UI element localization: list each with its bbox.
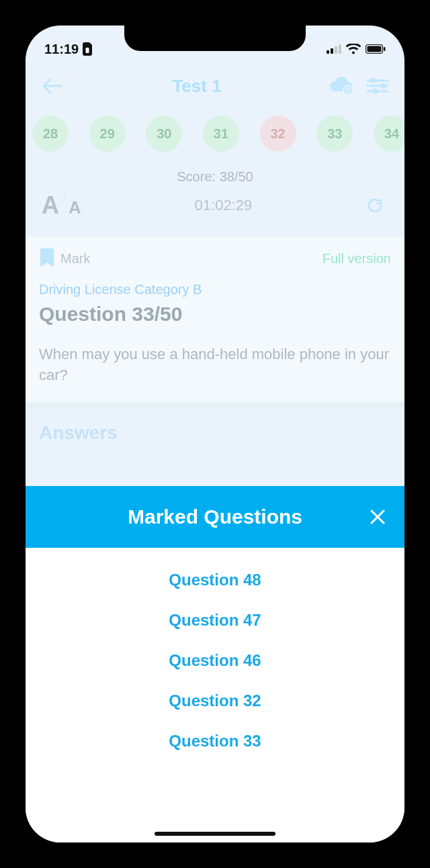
marked-questions-sheet: Marked Questions Question 48 Question 47… xyxy=(26,486,404,842)
marked-question-item[interactable]: Question 32 xyxy=(169,691,261,710)
mark-toggle[interactable]: Mark xyxy=(39,248,90,269)
svg-point-10 xyxy=(381,83,386,89)
sim-icon xyxy=(83,42,93,56)
cloud-sync-button[interactable] xyxy=(328,73,355,99)
svg-rect-4 xyxy=(339,44,341,54)
question-text: When may you use a hand-held mobile phon… xyxy=(39,344,391,386)
svg-rect-7 xyxy=(384,47,386,51)
marked-question-item[interactable]: Question 46 xyxy=(169,651,261,670)
page-title: Test 1 xyxy=(66,76,328,97)
back-button[interactable] xyxy=(39,73,66,99)
marked-question-item[interactable]: Question 47 xyxy=(169,611,261,630)
svg-point-9 xyxy=(370,78,376,83)
status-time: 11:19 xyxy=(44,42,79,57)
close-button[interactable] xyxy=(366,505,390,529)
cellular-icon xyxy=(327,44,341,54)
svg-rect-3 xyxy=(335,46,337,54)
qnav-item[interactable]: 34 xyxy=(374,115,404,152)
sliders-icon xyxy=(366,77,389,95)
qnav-item[interactable]: 32 xyxy=(260,115,296,152)
qnav-item[interactable]: 29 xyxy=(89,115,126,152)
cloud-sync-icon xyxy=(329,77,354,95)
home-indicator[interactable] xyxy=(155,832,275,836)
qnav-item[interactable]: 31 xyxy=(203,115,239,152)
full-version-link[interactable]: Full version xyxy=(322,251,391,267)
qnav-item[interactable]: 33 xyxy=(316,115,353,152)
marked-question-item[interactable]: Question 33 xyxy=(169,732,261,751)
qnav-item[interactable]: 28 xyxy=(32,115,69,152)
font-increase-button[interactable]: A↑ xyxy=(42,191,59,220)
battery-icon xyxy=(366,44,386,54)
settings-button[interactable] xyxy=(364,73,391,99)
refresh-icon xyxy=(366,197,384,214)
question-nav[interactable]: 28 29 30 31 32 33 34 xyxy=(26,106,404,165)
marked-question-item[interactable]: Question 48 xyxy=(169,571,261,589)
mark-label: Mark xyxy=(60,251,90,267)
arrow-left-icon xyxy=(42,78,62,94)
close-icon xyxy=(370,509,386,525)
svg-rect-0 xyxy=(86,48,89,53)
sheet-title: Marked Questions xyxy=(128,505,302,528)
answers-heading: Answers xyxy=(26,407,404,449)
svg-point-11 xyxy=(373,89,378,94)
wifi-icon xyxy=(346,44,361,54)
svg-rect-1 xyxy=(327,50,329,54)
score-label: Score: 38/50 xyxy=(26,165,404,185)
svg-point-8 xyxy=(343,85,353,95)
bookmark-icon xyxy=(39,248,55,269)
question-counter: Question 33/50 xyxy=(39,303,391,326)
category-label: Driving License Category B xyxy=(39,282,391,297)
refresh-button[interactable] xyxy=(361,192,388,219)
timer: 01:02:29 xyxy=(195,197,253,214)
font-decrease-button[interactable]: A↓ xyxy=(69,197,85,220)
svg-rect-6 xyxy=(368,46,382,52)
svg-rect-2 xyxy=(331,48,333,54)
qnav-item[interactable]: 30 xyxy=(146,115,182,152)
